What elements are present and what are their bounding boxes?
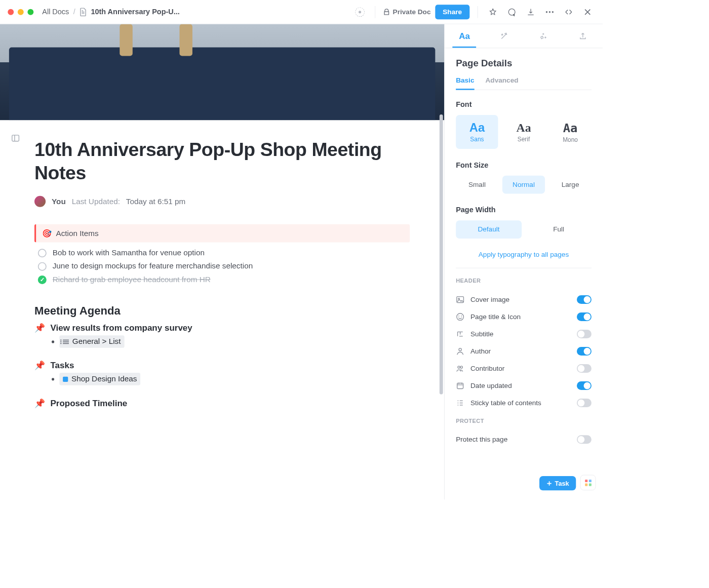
breadcrumb-current[interactable]: 10th Anniversary Pop-U... <box>91 8 179 16</box>
topbar: All Docs / 10th Anniversary Pop-U... Pri… <box>0 0 603 24</box>
panel-tabs: Aa <box>445 24 603 49</box>
action-item[interactable]: June to design mockups for feature merch… <box>38 262 410 271</box>
tab-export-icon[interactable] <box>563 24 603 48</box>
font-serif[interactable]: AaSerif <box>502 115 545 149</box>
tab-sparkle-icon[interactable] <box>524 24 563 48</box>
header-option-row: Cover image <box>456 291 592 308</box>
smile-icon <box>456 312 464 321</box>
author-name: You <box>52 197 66 206</box>
option-label: Contributor <box>470 365 571 372</box>
task-chip[interactable]: Shop Design Ideas <box>59 373 140 385</box>
panel-title: Page Details <box>456 58 592 69</box>
checkbox-icon[interactable] <box>38 249 47 257</box>
font-mono[interactable]: AaMono <box>549 115 592 149</box>
font-size-small[interactable]: Small <box>456 176 498 194</box>
pin-icon: 📌 <box>34 398 45 408</box>
breadcrumb-separator: / <box>73 8 75 16</box>
header-option-row: Contributor <box>456 360 592 377</box>
plus-icon <box>546 480 553 486</box>
task-square-icon <box>63 376 68 381</box>
privacy-indicator[interactable]: Private Doc <box>383 8 431 16</box>
checkbox-done-icon[interactable] <box>38 276 47 284</box>
toggle[interactable] <box>577 312 592 321</box>
list-icon <box>63 339 69 344</box>
chip-label: Shop Design Ideas <box>71 375 137 384</box>
toggle[interactable] <box>577 381 592 390</box>
font-size-large[interactable]: Large <box>549 176 592 194</box>
agenda-item[interactable]: 📌View results from company survey <box>34 323 410 333</box>
toggle[interactable] <box>577 435 592 444</box>
tasks-heading[interactable]: 📌Tasks <box>34 360 410 370</box>
header-group-label: HEADER <box>456 278 592 284</box>
page-width-default[interactable]: Default <box>456 220 522 239</box>
font-size-normal[interactable]: Normal <box>502 176 545 194</box>
font-sans[interactable]: AaSans <box>456 115 498 149</box>
sidebar-toggle-icon[interactable] <box>11 134 20 142</box>
minimize-window[interactable] <box>18 9 24 15</box>
font-label: Font <box>456 100 592 109</box>
pin-icon: 📌 <box>34 323 45 333</box>
page-title[interactable]: 10th Anniversary Pop-Up Shop Meeting Not… <box>34 137 410 185</box>
share-button[interactable]: Share <box>435 5 469 19</box>
action-items-callout[interactable]: 🎯 Action Items <box>34 224 410 243</box>
svg-rect-4 <box>12 135 19 141</box>
people-icon <box>456 364 464 373</box>
toc-icon <box>456 399 464 407</box>
comment-icon[interactable] <box>504 5 519 19</box>
svg-point-8 <box>458 316 459 317</box>
svg-point-10 <box>459 348 461 351</box>
action-text: Richard to grab employee headcount from … <box>53 275 211 284</box>
privacy-label: Private Doc <box>393 8 431 16</box>
checkbox-icon[interactable] <box>38 262 47 270</box>
svg-point-2 <box>549 11 550 13</box>
svg-point-11 <box>458 366 460 368</box>
tasks-sub-bullet: Shop Design Ideas <box>52 373 410 385</box>
toggle[interactable] <box>577 330 592 338</box>
favorite-icon[interactable] <box>486 5 500 19</box>
header-option-row: Date updated <box>456 377 592 395</box>
lock-icon <box>383 9 390 16</box>
cover-image[interactable] <box>0 24 444 121</box>
tab-ai-icon[interactable] <box>484 24 524 48</box>
updated-label: Last Updated: <box>72 197 120 206</box>
bullet-dot <box>52 340 54 343</box>
view-chip[interactable]: General > List <box>59 335 124 348</box>
agenda-heading[interactable]: Meeting Agenda <box>34 304 410 317</box>
assignee-placeholder-icon[interactable] <box>353 5 368 19</box>
sub-tab-basic[interactable]: Basic <box>456 76 474 90</box>
toggle[interactable] <box>577 347 592 356</box>
avatar[interactable] <box>34 196 46 207</box>
header-option-row: Subtitle <box>456 326 592 343</box>
action-items-list: Bob to work with Samantha for venue opti… <box>34 247 410 296</box>
tab-typography[interactable]: Aa <box>445 24 484 48</box>
chip-label: General > List <box>72 337 121 346</box>
more-icon[interactable] <box>542 5 557 19</box>
option-label: Sticky table of contents <box>470 399 571 407</box>
svg-point-1 <box>546 11 547 13</box>
font-size-label: Font Size <box>456 161 592 170</box>
header-option-row: Sticky table of contents <box>456 395 592 412</box>
toggle[interactable] <box>577 399 592 407</box>
new-task-button[interactable]: Task <box>539 476 576 490</box>
protect-group-label: PROTECT <box>456 418 592 424</box>
timeline-heading[interactable]: 📌Proposed Timeline <box>34 398 410 408</box>
toggle[interactable] <box>577 295 592 304</box>
action-item[interactable]: Richard to grab employee headcount from … <box>38 275 410 284</box>
action-item[interactable]: Bob to work with Samantha for venue opti… <box>38 248 410 257</box>
sub-tab-advanced[interactable]: Advanced <box>486 76 519 90</box>
option-label: Page title & Icon <box>470 313 571 321</box>
apply-typography-link[interactable]: Apply typography to all pages <box>456 251 592 258</box>
close-window[interactable] <box>8 9 14 15</box>
svg-rect-5 <box>457 297 464 303</box>
toggle[interactable] <box>577 364 592 373</box>
agenda-item-text: View results from company survey <box>50 323 192 333</box>
apps-grid-icon <box>585 479 592 486</box>
apps-button[interactable] <box>580 475 596 491</box>
scrollbar[interactable] <box>438 24 444 500</box>
collapse-icon[interactable] <box>561 5 576 19</box>
maximize-window[interactable] <box>27 9 33 15</box>
close-icon[interactable] <box>580 5 595 19</box>
download-icon[interactable] <box>524 5 538 19</box>
breadcrumb-root[interactable]: All Docs <box>42 8 69 16</box>
page-width-full[interactable]: Full <box>526 220 592 239</box>
